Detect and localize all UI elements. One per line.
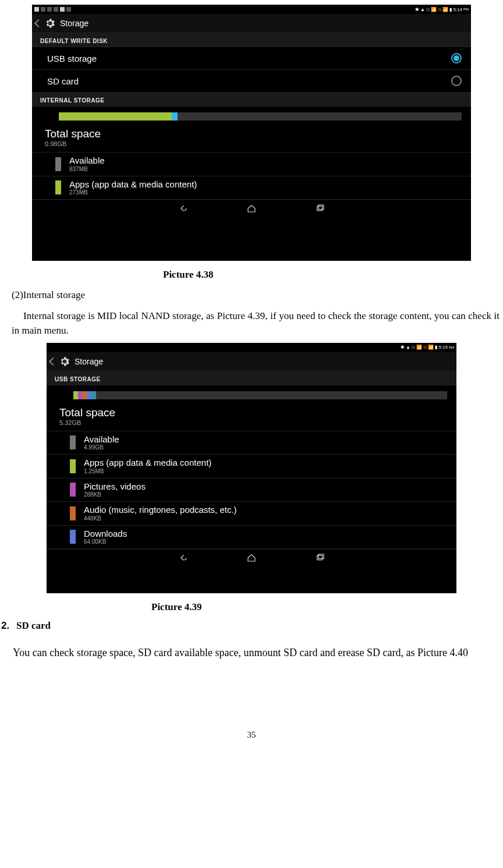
total-space-value: 0.98GB: [45, 140, 462, 147]
category-value: 273MB: [69, 189, 197, 196]
back-icon[interactable]: [34, 19, 42, 27]
storage-category-row[interactable]: Apps (app data & media content)273MB: [32, 176, 471, 200]
storage-category-row[interactable]: Available4.99GB: [47, 431, 456, 455]
paragraph-internal-storage-heading: (2)Internal storage: [0, 288, 503, 303]
clock-time: 5:15: [438, 345, 448, 350]
status-bar: ✱ ▲ G 📶 G 📶 ▮ 5:14 PM: [32, 5, 471, 14]
recent-nav-icon[interactable]: [315, 203, 325, 214]
category-swatch: [55, 157, 61, 171]
usb-storage-label: USB storage: [47, 54, 97, 63]
page-title: Storage: [75, 357, 103, 366]
back-icon[interactable]: [49, 357, 57, 365]
svg-rect-2: [318, 205, 324, 210]
row-total-space[interactable]: Total space 5.32GB: [47, 405, 456, 431]
svg-rect-5: [318, 554, 324, 559]
caption-4-39: Picture 4.39: [151, 601, 503, 613]
category-swatch: [70, 435, 76, 449]
category-title: Available: [69, 156, 105, 166]
caption-4-38: Picture 4.38: [163, 269, 503, 281]
radio-usb-storage[interactable]: [451, 53, 462, 63]
screenshot-4-38: ✱ ▲ G 📶 G 📶 ▮ 5:14 PM Storage DEFAULT WR…: [32, 5, 471, 261]
category-value: 448KB: [84, 515, 237, 522]
list-number: 2.: [0, 620, 16, 632]
category-value: 288KB: [84, 491, 146, 498]
page-number: 35: [0, 730, 503, 740]
category-title: Available: [84, 435, 119, 445]
back-nav-icon[interactable]: [178, 552, 188, 563]
page-title: Storage: [60, 19, 88, 28]
clock-suffix: PM: [463, 8, 469, 11]
screenshot-4-39: ✱ ▲ G 📶 G 📶 ▮ 5:15 PM Storage USB STORAG…: [47, 343, 456, 593]
clock-time: 5:14: [453, 7, 462, 12]
row-sd-card[interactable]: SD card: [32, 70, 471, 93]
net-g-2: G: [438, 7, 441, 12]
titlebar: Storage: [47, 352, 456, 371]
navigation-bar: [32, 200, 471, 217]
battery-icon: ▮: [435, 345, 437, 350]
category-value: 1.25MB: [84, 468, 211, 474]
category-title: Audio (music, ringtones, podcasts, etc.): [84, 505, 237, 515]
recent-nav-icon[interactable]: [315, 552, 325, 563]
category-title: Downloads: [84, 529, 127, 539]
category-swatch: [70, 530, 76, 544]
usage-bar-internal: [59, 112, 462, 121]
total-space-label: Total space: [45, 127, 462, 140]
net-g-2: G: [423, 345, 427, 350]
storage-category-row[interactable]: Audio (music, ringtones, podcasts, etc.)…: [47, 502, 456, 526]
usage-bar-usb: [73, 391, 447, 399]
home-nav-icon[interactable]: [246, 552, 257, 563]
usage-segment: [91, 391, 96, 399]
section-internal-storage: INTERNAL STORAGE: [32, 93, 471, 107]
category-title: Pictures, videos: [84, 482, 146, 492]
settings-icon[interactable]: [44, 17, 56, 30]
category-value: 837MB: [69, 166, 105, 172]
sd-card-label: SD card: [47, 76, 79, 86]
home-nav-icon[interactable]: [246, 203, 257, 214]
usage-segment: [73, 391, 78, 399]
category-title: Apps (app data & media content): [69, 180, 197, 190]
usage-segment: [87, 391, 91, 399]
svg-rect-1: [317, 206, 323, 211]
storage-category-row[interactable]: Downloads64.00KB: [47, 526, 456, 550]
svg-rect-4: [317, 555, 323, 560]
net-g-1: G: [412, 345, 415, 350]
paragraph-sd-card-body: You can check storage space, SD card ava…: [0, 642, 503, 660]
battery-icon: ▮: [449, 7, 452, 12]
storage-category-row[interactable]: Available837MB: [32, 153, 471, 176]
category-value: 64.00KB: [84, 538, 127, 545]
category-swatch: [70, 506, 76, 520]
wifi-icon: ▲: [420, 7, 425, 12]
usage-segment: [78, 391, 83, 399]
list-label: SD card: [16, 620, 51, 632]
category-swatch: [70, 459, 76, 473]
titlebar: Storage: [32, 14, 471, 33]
row-total-space[interactable]: Total space 0.98GB: [32, 126, 471, 153]
bluetooth-icon: ✱: [401, 345, 405, 350]
category-swatch: [70, 483, 76, 497]
total-space-label: Total space: [59, 406, 447, 419]
wifi-icon: ▲: [406, 345, 410, 350]
storage-category-row[interactable]: Apps (app data & media content)1.25MB: [47, 455, 456, 479]
bluetooth-icon: ✱: [415, 7, 419, 12]
category-title: Apps (app data & media content): [84, 458, 211, 468]
settings-icon[interactable]: [58, 355, 71, 368]
total-space-value: 5.32GB: [59, 419, 447, 426]
section-usb-storage: USB STORAGE: [47, 371, 456, 385]
svg-point-3: [63, 360, 66, 363]
usage-segment: [82, 391, 87, 399]
clock-suffix: PM: [449, 346, 454, 349]
row-usb-storage[interactable]: USB storage: [32, 47, 471, 70]
storage-category-row[interactable]: Pictures, videos288KB: [47, 479, 456, 502]
paragraph-internal-storage-body: Internal storage is MID local NAND stora…: [0, 309, 503, 338]
category-value: 4.99GB: [84, 444, 119, 451]
status-bar: ✱ ▲ G 📶 G 📶 ▮ 5:15 PM: [47, 343, 456, 352]
list-item-sd-card: 2. SD card: [0, 620, 503, 632]
category-swatch: [55, 180, 61, 194]
radio-sd-card[interactable]: [451, 76, 462, 86]
section-default-write-disk: DEFAULT WRITE DISK: [32, 33, 471, 47]
svg-point-0: [49, 22, 52, 25]
usage-segment: [59, 112, 172, 121]
navigation-bar: [47, 549, 456, 566]
usage-segment: [172, 112, 178, 121]
back-nav-icon[interactable]: [178, 203, 188, 214]
